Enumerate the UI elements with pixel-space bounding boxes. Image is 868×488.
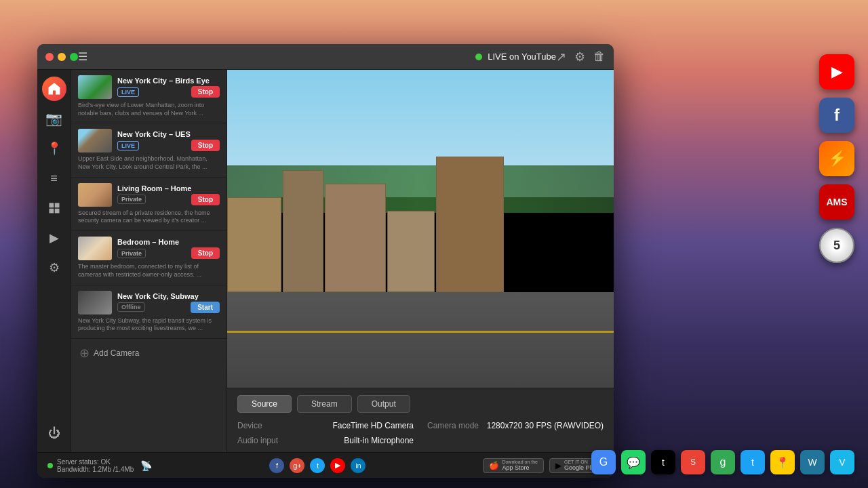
mini-dock-wp[interactable]: W	[800, 450, 825, 474]
svg-rect-4	[54, 209, 59, 214]
building-3	[325, 184, 386, 292]
close-button[interactable]	[45, 53, 54, 61]
device-value: FaceTime HD Camera	[332, 421, 414, 430]
title-bar-center: ☰ LIVE on YouTube	[78, 50, 556, 63]
camera-desc-3: Secured stream of a private residence, t…	[78, 209, 220, 225]
delete-button[interactable]: 🗑	[593, 49, 606, 64]
audio-input-label: Audio input	[237, 436, 278, 445]
social-twitter[interactable]: t	[310, 458, 325, 473]
camera-item-2[interactable]: New York City – UES LIVE Stop Upper East…	[71, 123, 226, 177]
device-label: Device	[237, 421, 262, 430]
street-scene	[227, 70, 614, 388]
dock-ams[interactable]: AMS	[819, 184, 854, 220]
road	[227, 292, 614, 388]
stop-button-2[interactable]: Stop	[191, 140, 220, 151]
camera-info-3: Living Room – Home Private Stop	[117, 184, 220, 205]
live-indicator: LIVE on YouTube	[488, 52, 556, 62]
mini-dock-t[interactable]: t	[651, 450, 675, 474]
camera-desc-1: Bird's-eye view of Lower Manhattan, zoom…	[78, 102, 220, 117]
camera-mode-row: Camera mode 868x488 30 FPS (RAWVIDEO)	[427, 421, 604, 430]
stop-button-4[interactable]: Stop	[191, 247, 220, 259]
audio-input-value: Built-in Microphone	[344, 436, 414, 445]
road-line	[227, 331, 614, 333]
camera-list: New York City – Birds Eye LIVE Stop Bird…	[71, 70, 227, 452]
app-store-label: App Store	[502, 464, 538, 471]
status-badge-4: Private	[117, 249, 146, 258]
tab-stream[interactable]: Stream	[297, 395, 352, 413]
camera-thumb-2	[78, 129, 112, 152]
title-bar-actions: ↗ ⚙ 🗑	[556, 49, 606, 64]
mini-dock-v[interactable]: V	[830, 450, 854, 474]
stop-button-1[interactable]: Stop	[191, 86, 220, 98]
camera-mode-label: Camera mode	[427, 421, 479, 430]
play-icon: ▶	[555, 461, 561, 470]
camera-info-1: New York City – Birds Eye LIVE Stop	[117, 77, 220, 98]
social-googleplus[interactable]: g+	[290, 458, 304, 473]
title-bar: ☰ LIVE on YouTube ↗ ⚙ 🗑	[37, 44, 614, 70]
dock-facebook[interactable]: f	[819, 98, 854, 133]
tab-source[interactable]: Source	[237, 395, 292, 413]
maximize-button[interactable]	[70, 53, 78, 61]
dock-lightning[interactable]: ⚡	[819, 141, 854, 176]
app-store-badge[interactable]: 🍎 Download on the App Store	[483, 458, 544, 473]
sidebar-item-cameras[interactable]: 📷	[42, 106, 66, 131]
camera-info-2: New York City – UES LIVE Stop	[117, 130, 220, 151]
download-on-label: Download on the	[502, 460, 538, 464]
mini-dock-twitter[interactable]: t	[741, 450, 765, 474]
svg-rect-2	[54, 203, 59, 208]
device-row: Device FaceTime HD Camera	[237, 421, 414, 430]
footer: Server status: OK Bandwidth: 1.2Mb /1.4M…	[37, 452, 614, 478]
minimize-button[interactable]	[58, 53, 66, 61]
start-button-5[interactable]: Start	[191, 302, 220, 313]
mini-dock-chat[interactable]: 💬	[621, 450, 646, 474]
server-status-text: Server status: OK	[57, 458, 134, 466]
camera-desc-5: New York City Subway, the rapid transit …	[78, 317, 220, 333]
camera-item-3[interactable]: Living Room – Home Private Stop Secured …	[71, 178, 226, 231]
social-youtube[interactable]: ▶	[330, 458, 345, 473]
sidebar-item-video[interactable]: ▶	[42, 226, 66, 250]
building-1	[227, 197, 281, 292]
mini-dock-s[interactable]: S	[681, 450, 705, 474]
mini-dock-g2[interactable]: g	[711, 450, 735, 474]
share-button[interactable]: ↗	[556, 49, 566, 64]
sidebar-item-power[interactable]: ⏻	[42, 421, 66, 445]
camera-item-5[interactable]: New York City, Subway Offline Start New …	[71, 285, 226, 339]
live-dot	[475, 54, 482, 60]
sidebar-item-list[interactable]: ≡	[42, 166, 66, 190]
building-5	[436, 157, 504, 292]
dock-5-circle[interactable]: 5	[819, 228, 854, 263]
sidebar-item-home[interactable]	[42, 77, 66, 101]
camera-info-5: New York City, Subway Offline Start	[117, 292, 220, 313]
mini-dock-location[interactable]: 📍	[770, 450, 795, 474]
camera-mode-value: 868x488 30 FPS (RAWVIDEO)	[487, 421, 604, 430]
footer-social: f g+ t ▶ in	[269, 458, 366, 473]
dock-youtube[interactable]: ▶	[819, 54, 854, 89]
buildings	[227, 117, 614, 292]
status-badge-1: LIVE	[117, 87, 139, 97]
add-camera-button[interactable]: ⊕ Add Camera	[71, 339, 226, 367]
bandwidth-text: Bandwidth: 1.2Mb /1.4Mb	[57, 466, 134, 473]
tab-row: Source Stream Output	[237, 395, 604, 413]
camera-item-1[interactable]: New York City – Birds Eye LIVE Stop Bird…	[71, 70, 226, 123]
server-status: Server status: OK Bandwidth: 1.2Mb /1.4M…	[47, 458, 152, 473]
camera-item-4[interactable]: Bedroom – Home Private Stop The master b…	[71, 231, 226, 285]
tab-output[interactable]: Output	[357, 395, 410, 413]
traffic-lights	[45, 53, 78, 61]
svg-rect-3	[49, 209, 54, 214]
mini-dock-g[interactable]: G	[591, 450, 616, 474]
camera-thumb-1	[78, 75, 112, 99]
add-camera-icon: ⊕	[79, 346, 90, 361]
sidebar-item-location[interactable]: 📍	[42, 136, 66, 161]
settings-button[interactable]: ⚙	[574, 49, 585, 64]
building-2	[283, 170, 323, 292]
social-linkedin[interactable]: in	[351, 458, 366, 473]
stop-button-3[interactable]: Stop	[191, 194, 220, 205]
preview-area: Source Stream Output Device FaceTime HD …	[227, 70, 614, 452]
sidebar-item-settings[interactable]: ⚙	[42, 256, 66, 280]
menu-icon[interactable]: ☰	[78, 50, 87, 63]
camera-desc-4: The master bedroom, connected to my list…	[78, 263, 220, 279]
social-facebook[interactable]: f	[269, 458, 284, 473]
svg-marker-0	[49, 84, 59, 94]
sidebar-item-grid[interactable]	[42, 196, 66, 220]
status-badge-5: Offline	[117, 302, 145, 312]
